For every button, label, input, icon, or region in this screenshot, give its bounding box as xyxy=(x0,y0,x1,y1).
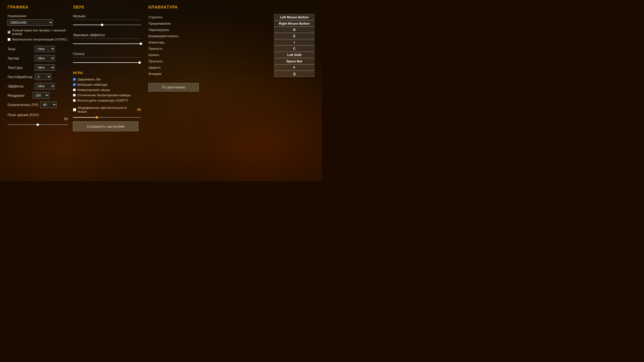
key-binding-0[interactable]: Left Mouse Button xyxy=(274,14,314,20)
azerty-label: Используйте клавиатуру AZERTY xyxy=(77,99,128,102)
key-binding-8[interactable]: F xyxy=(274,64,314,71)
foliage-label: Листва xyxy=(8,56,33,60)
key-binding-6[interactable]: Left Shift xyxy=(274,52,314,58)
key-binding-4[interactable]: I xyxy=(274,39,314,46)
key-binding-7[interactable]: Space Bar xyxy=(274,58,314,64)
hold-run-label: Удерживать бег xyxy=(77,77,101,81)
effects-select[interactable]: UltraHighMediumLow xyxy=(35,83,55,89)
key-action-4: Инвентарь xyxy=(148,39,274,46)
key-action-2: Перезагрузка xyxy=(148,27,274,33)
key-binding-5[interactable]: C xyxy=(274,46,314,52)
keyboard-bindings: СтрелятьLeft Mouse ButtonПрицеливаниеRig… xyxy=(148,14,314,77)
camera-balance-checkbox[interactable] xyxy=(73,94,76,97)
key-action-3: Взаимодействовать xyxy=(148,33,274,39)
key-binding-3[interactable]: E xyxy=(274,33,314,39)
fps-select[interactable]: 603090120 xyxy=(40,102,57,108)
music-block: Музыка xyxy=(73,14,141,25)
default-button[interactable]: По умолчанию xyxy=(148,83,199,92)
sfx-label: Звуковые эффекты xyxy=(73,33,141,37)
vsync-checkbox[interactable] xyxy=(8,38,11,41)
music-label: Музыка xyxy=(73,14,141,18)
hold-run-checkbox[interactable] xyxy=(73,78,76,81)
sensitivity-modifier-checkbox[interactable] xyxy=(73,108,76,111)
effects-label: Эффекты xyxy=(8,84,33,88)
graphics-title: ГРАФИКА xyxy=(8,5,68,10)
sensitivity-value: 35 xyxy=(137,108,141,112)
gamepad-vibration-label: Вибрация геймпада xyxy=(77,83,107,86)
postprocess-label: Постобработка xyxy=(8,75,33,79)
resolution-label: Разрешение xyxy=(8,14,68,18)
textures-label: Текстуры xyxy=(8,66,33,70)
keyboard-title: КЛАВИАТУРА xyxy=(148,5,314,10)
shadows-select[interactable]: UltraHighMediumLow xyxy=(35,46,55,52)
key-binding-9[interactable]: Q xyxy=(274,71,314,77)
camera-balance-label: Отключение балансировки камеры xyxy=(77,93,131,97)
graphics-section: ГРАФИКА Разрешение 644x362 1920x1080 1… xyxy=(8,5,68,176)
key-action-7: Прыгнуть xyxy=(148,58,274,64)
game-section: ИГРА Удерживать бег Вибрация геймпада Ин… xyxy=(73,71,141,131)
rendering-label: Рендеринг xyxy=(8,94,33,98)
sfx-block: Звуковые эффекты xyxy=(73,33,141,44)
key-action-1: Прицеливание xyxy=(148,20,274,27)
fullscreen-checkbox[interactable] xyxy=(8,31,11,34)
resolution-select[interactable]: 644x362 1920x1080 1280x720 3840x2160 xyxy=(8,19,53,26)
voice-block: Голоса xyxy=(73,52,141,63)
fov-slider[interactable] xyxy=(8,124,68,125)
key-action-6: Бежать xyxy=(148,52,274,58)
invert-mouse-label: Инвертировать мышь xyxy=(77,88,110,92)
sensitivity-section: Модификатор чувствительности мыши 35 xyxy=(73,106,141,118)
keyboard-section: КЛАВИАТУРА СтрелятьLeft Mouse ButtonПриц… xyxy=(141,5,314,176)
key-action-5: Присесть xyxy=(148,46,274,52)
sound-section: ЗВУК Музыка Звуковые эффекты Гол xyxy=(68,5,141,176)
azerty-checkbox[interactable] xyxy=(73,99,76,102)
voice-label: Голоса xyxy=(73,52,141,56)
key-action-8: Ударить xyxy=(148,64,274,71)
fov-value: 90 xyxy=(8,117,68,121)
key-action-0: Стрелять xyxy=(148,14,274,20)
fullscreen-label: Полный экран (нет флажка = оконный режим… xyxy=(12,29,68,36)
shadows-label: Тени xyxy=(8,47,33,51)
key-binding-2[interactable]: R xyxy=(274,27,314,33)
foliage-select[interactable]: UltraHighMediumLow xyxy=(35,55,55,61)
game-title: ИГРА xyxy=(73,71,141,75)
invert-mouse-checkbox[interactable] xyxy=(73,88,76,91)
textures-select[interactable]: UltraHighMediumLow xyxy=(35,64,55,71)
vsync-label: Вертикальная синхронизация (VSYNC) xyxy=(12,38,67,41)
gamepad-vibration-checkbox[interactable] xyxy=(73,83,76,86)
rendering-select[interactable]: 1005075125 xyxy=(33,92,49,99)
fps-label: Ограничитель FPS xyxy=(8,103,38,107)
postprocess-select[interactable]: 3124 xyxy=(35,74,51,80)
sensitivity-modifier-label: Модификатор чувствительности мыши xyxy=(78,106,135,113)
fov-label: Поле зрения (FOV) xyxy=(8,113,68,117)
key-binding-1[interactable]: Right Mouse Button xyxy=(274,20,314,27)
save-button[interactable]: Сохранить настройки xyxy=(73,121,138,131)
sound-title: ЗВУК xyxy=(73,5,141,10)
key-action-9: Фонарик xyxy=(148,71,274,77)
